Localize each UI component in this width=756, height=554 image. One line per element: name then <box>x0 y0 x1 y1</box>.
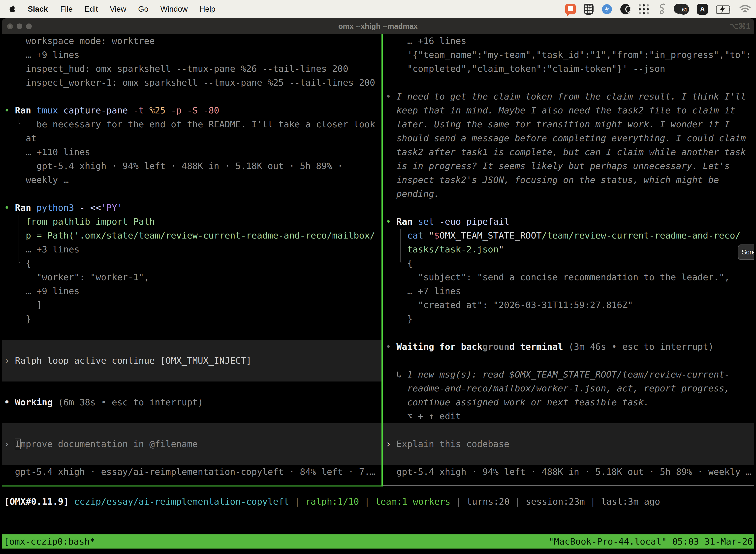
output-line: … +7 lines <box>386 284 754 298</box>
code-line: from pathlib import Path <box>4 215 381 229</box>
terminal-line <box>386 76 754 90</box>
text-segment: p = Path('.omx/state/team/review-current… <box>4 230 375 240</box>
output-line: ] <box>4 298 381 312</box>
prompt-line: › Explain this codebase <box>386 437 754 451</box>
terminal-line <box>4 90 381 104</box>
minimize-button[interactable] <box>17 23 22 29</box>
proxy-badge-icon[interactable]: ..61 <box>674 4 689 15</box>
inject-band[interactable]: › Ralph loop active continue [OMX_TMUX_I… <box>2 340 381 382</box>
text-segment: • <box>4 397 15 407</box>
text-segment <box>386 244 407 255</box>
text-segment: Ran <box>15 105 37 115</box>
text-segment: "subject": "send a concise recommendatio… <box>386 272 730 282</box>
terminal-line <box>386 201 754 215</box>
crescent-circle-icon[interactable] <box>620 3 631 15</box>
prompt-line: › Improve documentation in @filename <box>4 437 381 451</box>
wifi-icon[interactable] <box>739 3 751 15</box>
tmux-host-clock: "MacBook-Pro-44.local" 05:03 31-Mar-26 <box>548 535 754 549</box>
close-button[interactable] <box>7 23 13 29</box>
text-segment: weekly … <box>4 175 69 185</box>
shield-grid-icon[interactable] <box>584 3 593 15</box>
menu-edit[interactable]: Edit <box>79 5 104 14</box>
tmux-session-label: [omx-cczip0:bash* <box>2 535 95 549</box>
text-segment: (6m 38s • esc to interrupt) <box>58 397 203 407</box>
active-app-name[interactable]: Slack <box>21 5 54 14</box>
text-segment: (3m 46s • esc to interrupt) <box>568 341 713 352</box>
text-segment: "completed","claim_token":"claim-token"}… <box>386 63 665 74</box>
menu-view[interactable]: View <box>104 5 132 14</box>
text-segment: groun <box>483 341 509 352</box>
text-segment: Waiting for back <box>396 341 483 352</box>
command-line: • Ran set -euo pipefail <box>386 215 754 229</box>
menu-help[interactable]: Help <box>194 5 222 14</box>
output-line: inspect_worker-1: omx sparkshell --tmux-… <box>4 76 381 90</box>
menu-file[interactable]: File <box>54 5 79 14</box>
terminal-line <box>4 451 381 465</box>
text-segment: 'PY' <box>101 203 123 213</box>
terminal-line <box>386 451 754 465</box>
zoom-button[interactable] <box>26 23 32 29</box>
reasoning-line: inspect task2's JSON, focusing on the st… <box>386 173 754 187</box>
text-segment: ] <box>4 300 42 310</box>
tmux-pane-left[interactable]: workspace_mode: worktree … +9 lines insp… <box>2 34 381 486</box>
text-segment: << <box>90 203 101 213</box>
window-title: omx --xhigh --madmax <box>338 22 418 31</box>
output-line: be necessary for the end of the README. … <box>4 117 381 131</box>
text-segment: cat <box>407 230 429 240</box>
terminal-window: omx --xhigh --madmax ⌥⌘1 workspace_mode:… <box>2 18 754 554</box>
menu-window[interactable]: Window <box>154 5 193 14</box>
input-band[interactable]: › Improve documentation in @filename <box>2 423 381 465</box>
output-line: "worker": "worker-1", <box>4 270 381 284</box>
screen-share-overlay-button[interactable]: Scre <box>738 244 754 260</box>
menu-go[interactable]: Go <box>132 5 154 14</box>
output-line: "subject": "send a concise recommendatio… <box>386 270 754 284</box>
input-source-icon[interactable]: A <box>697 4 708 15</box>
reasoning-line: • I need to get the claim token from the… <box>386 90 754 104</box>
text-segment: "worker": "worker-1", <box>4 272 149 282</box>
terminal-line <box>386 423 754 437</box>
text-segment: } <box>386 314 413 324</box>
text-segment: team:1 workers <box>375 496 450 507</box>
text-segment: Ran <box>396 216 418 227</box>
text-segment: python3 <box>37 203 79 213</box>
battery-charging-icon[interactable] <box>716 5 731 13</box>
working-status: • Working (6m 38s • esc to interrupt) <box>4 395 381 409</box>
tmux-status-bar: [omx-cczip0:bash* "MacBook-Pro-44.local"… <box>2 535 754 549</box>
text-segment: • <box>386 341 396 352</box>
text-segment: | <box>585 496 601 507</box>
text-segment: readme-and-reco/mailbox/worker-1.json, a… <box>386 383 730 393</box>
text-segment: set <box>418 216 440 227</box>
text-segment: • <box>4 105 15 115</box>
text-segment: '{"team_name":"my-team","task_id":"1","f… <box>386 50 751 60</box>
apple-icon[interactable] <box>9 5 16 13</box>
terminal-line <box>386 354 754 368</box>
text-segment: $ <box>434 230 440 240</box>
text-segment: turns:20 <box>466 496 509 507</box>
text-segment: is in progress? It seems likely but perh… <box>386 161 730 171</box>
dragon-icon[interactable] <box>657 3 666 15</box>
output-line: … +9 lines <box>4 48 381 62</box>
window-titlebar[interactable]: omx --xhigh --madmax ⌥⌘1 <box>2 18 754 34</box>
menu-bar: Slack FileEditViewGoWindowHelp ..61 A <box>0 0 756 18</box>
output-line: weekly … <box>4 173 381 187</box>
text-segment: | <box>359 496 375 507</box>
chat-app-icon[interactable] <box>565 3 576 15</box>
output-line: } <box>4 312 381 326</box>
text-segment: cczip/essay/ai-reimplementation-copyleft <box>74 496 289 507</box>
text-segment: • <box>386 216 396 227</box>
blue-app-icon[interactable] <box>602 3 612 15</box>
output-line: "created_at": "2026-03-31T11:59:27.816Z" <box>386 298 754 312</box>
text-segment: Ralph loop active continue [OMX_TMUX_INJ… <box>15 355 252 366</box>
output-line: "completed","claim_token":"claim-token"}… <box>386 62 754 76</box>
terminal-line <box>4 423 381 437</box>
dots-grid-icon[interactable] <box>639 3 649 15</box>
text-segment: | <box>450 496 466 507</box>
text-segment: • <box>4 203 15 213</box>
reasoning-line: pending. <box>386 187 754 201</box>
terminal-line <box>4 382 381 395</box>
input-band[interactable]: › Explain this codebase <box>383 423 754 465</box>
text-segment: › <box>386 439 396 449</box>
output-line: { <box>4 257 381 270</box>
tmux-pane-right[interactable]: … +16 lines '{"team_name":"my-team","tas… <box>383 34 754 486</box>
reasoning-line: later. Using the same for transition mig… <box>386 117 754 131</box>
